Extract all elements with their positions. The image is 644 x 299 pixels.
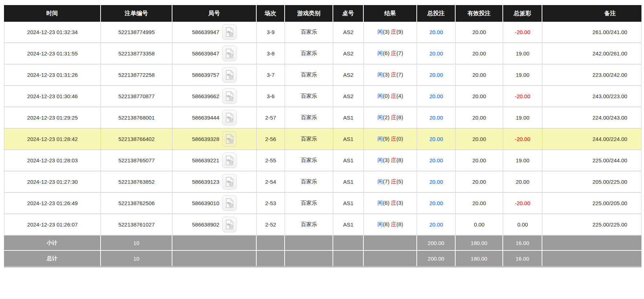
- cell-time: 2024-12-23 01:30:46: [4, 86, 101, 107]
- cell-bet-id: 522138762506: [101, 193, 172, 214]
- total-row-empty-cell: [285, 251, 333, 266]
- video-file-icon: [225, 155, 235, 166]
- round-id-text: 586639221: [192, 157, 219, 163]
- cell-remark: 205.00/225.00: [542, 171, 641, 193]
- banker-label: 庄: [391, 178, 396, 184]
- video-replay-button[interactable]: [222, 153, 237, 168]
- banker-label: 庄: [391, 114, 396, 120]
- player-points: (3): [383, 71, 390, 78]
- cell-total-payout: 19.00: [503, 150, 542, 171]
- total-row-empty-cell: [333, 251, 364, 266]
- round-id-group: 586639221: [192, 153, 237, 168]
- video-replay-button[interactable]: [222, 195, 237, 211]
- subtotal-row-empty-cell: [257, 236, 285, 251]
- cell-valid-bet: 20.00: [456, 171, 503, 193]
- cell-valid-bet: 20.00: [456, 22, 503, 43]
- table-row[interactable]: 2024-12-23 01:31:26522138772258586639757…: [4, 65, 641, 86]
- video-replay-button[interactable]: [222, 174, 237, 190]
- cell-session: 2-56: [257, 129, 285, 150]
- col-header-remark: 备注: [542, 5, 641, 22]
- cell-game-type: 百家乐: [285, 22, 333, 43]
- table-row[interactable]: 2024-12-23 01:28:03522138765077586639221…: [4, 150, 641, 171]
- cell-time: 2024-12-23 01:28:42: [4, 129, 101, 150]
- cell-total-payout: 19.00: [503, 65, 542, 86]
- cell-remark: 242.00/261.00: [542, 43, 641, 65]
- video-replay-button[interactable]: [222, 110, 237, 125]
- player-label: 闲: [378, 178, 383, 184]
- total-row-valid-bet: 180.00: [456, 251, 503, 266]
- subtotal-row-empty-cell: [364, 236, 417, 251]
- table-row[interactable]: 2024-12-23 01:27:30522138763852586639123…: [4, 171, 641, 193]
- total-row-empty-cell: [257, 251, 285, 266]
- video-replay-button[interactable]: [222, 24, 237, 40]
- cell-bet-id: 522138768001: [101, 107, 172, 129]
- cell-remark: 224.00/243.00: [542, 107, 641, 129]
- player-label: 闲: [378, 200, 383, 206]
- player-points: (0): [383, 93, 390, 99]
- cell-total-bet: 20.00: [417, 43, 456, 65]
- cell-total-payout: -20.00: [503, 129, 542, 150]
- cell-game-type: 百家乐: [285, 214, 333, 236]
- subtotal-row-remark-empty: [542, 236, 641, 251]
- bet-records-table: 时间注单编号局号场次游戏类别桌号结果总投注有效投注总派彩备注 2024-12-2…: [4, 5, 641, 267]
- cell-total-bet: 20.00: [417, 150, 456, 171]
- col-header-bet_id: 注单编号: [101, 5, 172, 22]
- banker-points: (9): [396, 29, 403, 35]
- col-header-time: 时间: [4, 5, 101, 22]
- cell-remark: 225.00/244.00: [542, 150, 641, 171]
- cell-total-payout: -20.00: [503, 22, 542, 43]
- player-points: (9): [383, 136, 390, 142]
- video-replay-button[interactable]: [222, 217, 237, 232]
- table-body: 2024-12-23 01:32:34522138774995586639947…: [4, 22, 641, 236]
- round-id-text: 586639444: [192, 115, 219, 121]
- table-row-highlighted[interactable]: 2024-12-23 01:28:42522138766402586639328…: [4, 129, 641, 150]
- round-id-text: 586638902: [192, 221, 219, 228]
- cell-bet-id: 522138761027: [101, 214, 172, 236]
- cell-result: 闲(0) 庄(4): [364, 86, 417, 107]
- video-file-icon: [225, 70, 235, 80]
- video-replay-button[interactable]: [222, 46, 237, 61]
- table-row[interactable]: 2024-12-23 01:31:55522138773358586639847…: [4, 43, 641, 65]
- cell-result: 闲(6) 庄(7): [364, 43, 417, 65]
- table-row[interactable]: 2024-12-23 01:26:49522138762506586639010…: [4, 193, 641, 214]
- player-label: 闲: [378, 114, 383, 120]
- table-row[interactable]: 2024-12-23 01:26:07522138761027586638902…: [4, 214, 641, 236]
- table-footer: 小计10200.00180.0016.00总计10200.00180.0016.…: [4, 236, 641, 266]
- col-header-total_bet: 总投注: [417, 5, 456, 22]
- cell-table-no: AS1: [333, 129, 364, 150]
- cell-remark: 225.00/205.00: [542, 193, 641, 214]
- table-row[interactable]: 2024-12-23 01:29:25522138768001586639444…: [4, 107, 641, 129]
- cell-game-type: 百家乐: [285, 150, 333, 171]
- cell-result: 闲(9) 庄(0): [364, 129, 417, 150]
- round-id-group: 586639757: [192, 67, 237, 83]
- cell-table-no: AS1: [333, 214, 364, 236]
- subtotal-row-empty-cell: [172, 236, 257, 251]
- table-row[interactable]: 2024-12-23 01:32:34522138774995586639947…: [4, 22, 641, 43]
- cell-round-id: 586639444: [172, 107, 257, 129]
- banker-label: 庄: [391, 50, 396, 56]
- cell-remark: 243.00/223.00: [542, 86, 641, 107]
- cell-session: 2-54: [257, 171, 285, 193]
- player-label: 闲: [378, 29, 383, 35]
- player-label: 闲: [378, 71, 383, 78]
- player-points: (6): [383, 50, 390, 56]
- cell-table-no: AS2: [333, 43, 364, 65]
- banker-label: 庄: [391, 93, 396, 99]
- cell-valid-bet: 20.00: [456, 86, 503, 107]
- player-points: (6): [383, 200, 390, 206]
- cell-table-no: AS2: [333, 86, 364, 107]
- video-replay-button[interactable]: [222, 131, 237, 147]
- total-row-total-payout: 16.00: [503, 251, 542, 266]
- video-replay-button[interactable]: [222, 88, 237, 104]
- cell-result: 闲(7) 庄(5): [364, 171, 417, 193]
- cell-total-payout: -20.00: [503, 193, 542, 214]
- player-points: (3): [383, 29, 390, 35]
- cell-round-id: 586638902: [172, 214, 257, 236]
- subtotal-row-valid-bet: 180.00: [456, 236, 503, 251]
- video-file-icon: [225, 219, 235, 230]
- cell-result: 闲(8) 庄(8): [364, 214, 417, 236]
- banker-points: (8): [396, 114, 403, 120]
- video-replay-button[interactable]: [222, 67, 237, 83]
- table-row[interactable]: 2024-12-23 01:30:46522138770877586639662…: [4, 86, 641, 107]
- cell-bet-id: 522138763852: [101, 171, 172, 193]
